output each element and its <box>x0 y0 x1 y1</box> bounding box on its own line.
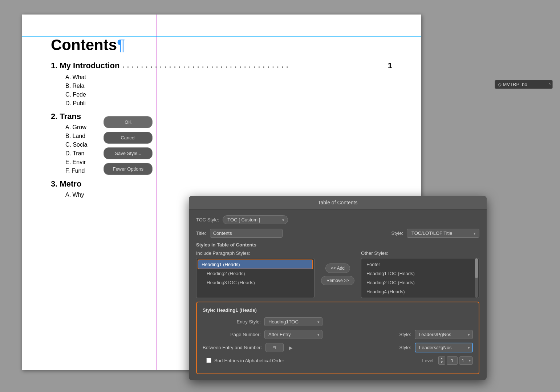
level-down-btn[interactable]: ▼ <box>439 360 445 364</box>
other-styles-label: Other Styles: <box>361 250 479 256</box>
ok-button[interactable]: OK <box>104 116 153 128</box>
small-panel: × ◇ MVTRP_bo <box>495 80 553 89</box>
level-select[interactable]: 1 2 3 <box>459 356 473 365</box>
page-number-style-select[interactable]: Leaders/PgNos <box>415 330 473 339</box>
other-style-footer[interactable]: Footer <box>363 260 478 269</box>
between-entry-arrow[interactable]: ▶ <box>287 343 294 352</box>
save-style-button[interactable]: Save Style... <box>104 147 153 159</box>
other-styles-list: Footer Heading1TOC (Heads) Heading2TOC (… <box>361 258 479 298</box>
toc-style-dropdown-wrap: TOC [ Custom ] <box>223 215 288 224</box>
cancel-button[interactable]: Cancel <box>104 132 153 144</box>
other-style-heading2toc[interactable]: Heading2TOC (Heads) <box>363 278 478 287</box>
entry-style-label: Entry Style: <box>203 319 261 324</box>
small-panel-label: ◇ MVTRP_bo <box>498 82 527 87</box>
page-number-style-dropdown-wrap: Leaders/PgNos <box>415 330 473 339</box>
doc-entry-3: 3. Metro <box>51 179 392 189</box>
toc-style-row: TOC Style: TOC [ Custom ] <box>196 215 479 224</box>
toc-style-label: TOC Style: <box>196 217 219 222</box>
included-styles-list: Heading1 (Heads) Heading2 (Heads) Headin… <box>196 258 315 298</box>
styles-section: Styles in Table of Contents Include Para… <box>196 242 479 298</box>
doc-entry-1: 1. My Introduction . . . . . . . . . . .… <box>51 61 392 70</box>
sort-label-text: Sort Entries in Alphabetical Order <box>214 358 284 363</box>
entry-page-1: 1 <box>388 61 392 70</box>
document-background: Contents¶ 1. My Introduction . . . . . .… <box>0 0 560 392</box>
page-number-select[interactable]: After Entry Before Entry No Page Number <box>264 330 322 339</box>
dialog-title: Table of Contents <box>318 200 358 205</box>
toc-style-select[interactable]: TOC [ Custom ] <box>223 215 288 224</box>
other-style-heading4[interactable]: Heading4 (Heads) <box>363 287 478 296</box>
level-spinner: ▲ ▼ <box>438 356 445 365</box>
fewer-options-button[interactable]: Fewer Options <box>104 163 153 175</box>
page-number-row: Page Number: After Entry Before Entry No… <box>203 330 473 339</box>
title-style-row: Title: Style: TOC/LOT/LOF Title <box>196 229 479 238</box>
between-style-label: Style: <box>353 345 411 350</box>
level-control: ▲ ▼ 1 1 2 3 <box>438 356 473 365</box>
styles-section-label: Styles in Table of Contents <box>196 242 479 248</box>
other-styles-scrollbar[interactable] <box>475 258 478 298</box>
page-number-dropdown-wrap: After Entry Before Entry No Page Number <box>264 330 322 339</box>
doc-sub-c: C. Fede <box>65 91 392 98</box>
title-style-select[interactable]: TOC/LOT/LOF Title <box>407 229 479 238</box>
page-number-label: Page Number: <box>203 332 261 337</box>
doc-title: Contents¶ <box>51 36 392 54</box>
title-input[interactable] <box>210 229 283 238</box>
style-item-heading2[interactable]: Heading2 (Heads) <box>198 269 313 278</box>
styles-columns: Include Paragraph Styles: Heading1 (Head… <box>196 250 479 298</box>
doc-sub-d: D. Publi <box>65 100 392 107</box>
add-button[interactable]: << Add <box>325 264 350 273</box>
remove-button[interactable]: Remove >> <box>321 276 354 285</box>
between-entry-row: Between Entry and Number: ▶ Style: Leade… <box>203 343 473 352</box>
document-content: Contents¶ 1. My Introduction . . . . . .… <box>22 15 421 222</box>
between-style-dropdown-wrap: Leaders/PgNos <box>415 343 473 352</box>
scrollbar-thumb <box>475 258 478 278</box>
small-panel-close[interactable]: × <box>549 81 551 86</box>
styles-left: Include Paragraph Styles: Heading1 (Head… <box>196 250 315 298</box>
sort-checkbox[interactable] <box>206 358 211 363</box>
other-style-heading1toc[interactable]: Heading1TOC (Heads) <box>363 269 478 278</box>
between-entry-label: Between Entry and Number: <box>203 345 262 350</box>
style-item-heading3toc[interactable]: Heading3TOC (Heads) <box>198 278 313 287</box>
doc-sub-b: B. Rela <box>65 83 392 89</box>
pilcrow-mark: ¶ <box>117 36 125 53</box>
page-number-style-label: Style: <box>353 332 411 337</box>
entry-style-row: Entry Style: Heading1TOC <box>203 317 473 326</box>
sort-level-row: Sort Entries in Alphabetical Order Level… <box>203 356 473 365</box>
entry-num-1: 1. <box>51 61 57 70</box>
title-label: Title: <box>196 230 206 236</box>
doc-entry-2: 2. Trans <box>51 112 392 121</box>
level-value: 1 <box>447 356 458 365</box>
style-label: Style: <box>391 230 403 236</box>
between-entry-input[interactable] <box>265 343 284 352</box>
level-up-btn[interactable]: ▲ <box>439 356 445 360</box>
dialog-buttons: OK Cancel Save Style... Fewer Options <box>104 116 153 175</box>
doc-sub-a: A. What <box>65 74 392 81</box>
entry-style-select[interactable]: Heading1TOC <box>264 317 322 326</box>
level-label: Level: <box>377 358 435 363</box>
bottom-style-section: Style: Heading1 (Heads) Entry Style: Hea… <box>196 302 479 374</box>
dialog-body: TOC Style: TOC [ Custom ] Title: Style: <box>189 209 487 380</box>
entry-style-dropdown-wrap: Heading1TOC <box>264 317 322 326</box>
include-label: Include Paragraph Styles: <box>196 250 315 256</box>
style-item-heading1[interactable]: Heading1 (Heads) <box>198 260 313 269</box>
sort-checkbox-label[interactable]: Sort Entries in Alphabetical Order <box>206 358 284 363</box>
title-style-dropdown-wrap: TOC/LOT/LOF Title <box>407 229 479 238</box>
toc-dialog: Table of Contents TOC Style: TOC [ Custo… <box>189 196 487 380</box>
bottom-style-title: Style: Heading1 (Heads) <box>203 307 473 313</box>
between-style-select[interactable]: Leaders/PgNos <box>415 343 473 352</box>
entry-dots-1: . . . . . . . . . . . . . . . . . . . . … <box>122 62 385 69</box>
add-remove-col: << Add Remove >> <box>318 250 357 298</box>
doc-title-text: Contents <box>51 36 117 53</box>
level-dropdown-wrap: 1 2 3 <box>459 356 473 365</box>
styles-right: Other Styles: Footer Heading1TOC (Heads)… <box>361 250 479 298</box>
dialog-titlebar: Table of Contents <box>189 196 487 209</box>
entry-text-1: My Introduction <box>60 61 119 70</box>
